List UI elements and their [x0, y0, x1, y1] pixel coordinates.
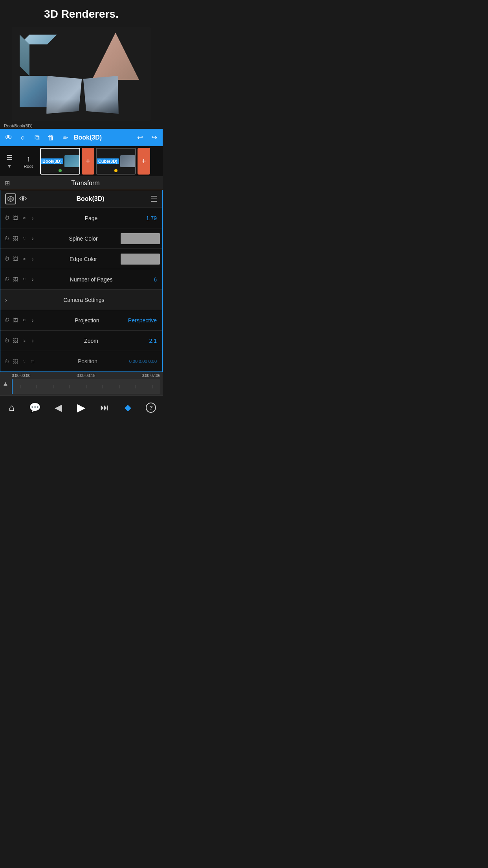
help-button[interactable]: ? — [141, 403, 161, 413]
track-cube3d[interactable]: Cube(3D) — [96, 148, 136, 175]
copy-icon[interactable]: ⧉ — [31, 132, 42, 143]
tick-1 — [20, 385, 20, 388]
undo-button[interactable]: ↩ — [134, 132, 145, 143]
image-icon-3: 🖼 — [11, 256, 19, 262]
prop-edge-color-swatch[interactable] — [121, 254, 160, 265]
diamond-button[interactable]: ◆ — [118, 403, 138, 413]
prop-numpages-value[interactable]: 6 — [136, 276, 160, 283]
properties-panel: 👁 Book(3D) ☰ ⏱ 🖼 ≈ ♪ Page 1.79 ⏱ 🖼 ≈ ♪ S… — [0, 190, 163, 372]
breadcrumb: Root/Book(3D) — [0, 121, 163, 129]
camera-section-arrow: › — [5, 297, 7, 303]
timeline-bar: ▲ 0:00:00:00 0:00:03:18 0:00:07:06 — [0, 372, 163, 395]
prop-pos-icons: ⏱ 🖼 ≈ □ — [3, 359, 46, 364]
image-icon-6: 🖼 — [11, 338, 19, 344]
track-cube3d-thumb — [120, 155, 135, 167]
arrow-down-icon: ▼ — [7, 163, 12, 169]
stopwatch-icon-6: ⏱ — [3, 338, 11, 344]
trash-icon[interactable]: 🗑 — [46, 132, 57, 143]
play-icon: ▶ — [77, 401, 86, 414]
track-cube3d-dot — [114, 169, 117, 172]
panel-3d-cube-icon — [5, 193, 16, 204]
root-button[interactable]: ↑ Root — [18, 148, 39, 175]
prop-row-page[interactable]: ⏱ 🖼 ≈ ♪ Page 1.79 — [0, 208, 162, 228]
timeline-time-end: 0:00:07:06 — [142, 373, 160, 378]
stopwatch-icon-2: ⏱ — [3, 235, 11, 241]
timeline-playhead — [12, 379, 13, 394]
circle-icon[interactable]: ○ — [17, 132, 28, 143]
toolbar-title: Book(3D) — [74, 134, 131, 141]
tick-6 — [103, 385, 103, 388]
preview-canvas — [12, 27, 151, 121]
prop-proj-value[interactable]: Perspective — [128, 317, 160, 324]
timeline-time-start: 0:00:00:00 — [12, 373, 30, 378]
home-icon: ⌂ — [9, 402, 15, 413]
stopwatch-icon-7: ⏱ — [3, 359, 11, 364]
prev-button[interactable]: ◀ — [48, 402, 68, 413]
music-icon-3: ♪ — [29, 256, 37, 262]
prev-icon: ◀ — [55, 402, 62, 413]
tick-8 — [136, 385, 136, 388]
home-button[interactable]: ⌂ — [2, 402, 22, 413]
next-button[interactable]: ⏭ — [95, 403, 114, 413]
timeline-track[interactable] — [12, 379, 160, 394]
play-button[interactable]: ▶ — [72, 401, 91, 414]
stopwatch-icon-5: ⏱ — [3, 317, 11, 323]
cone-face — [92, 33, 139, 80]
tick-7 — [119, 385, 119, 388]
transform-bar: ⊞ Transform — [0, 176, 163, 190]
prop-proj-label: Projection — [46, 317, 128, 324]
prop-page-value[interactable]: 1.79 — [136, 215, 160, 221]
prop-pos-value[interactable]: 0.00 0.00 0.00 — [129, 359, 160, 364]
prop-row-position[interactable]: ⏱ 🖼 ≈ □ Position 0.00 0.00 0.00 — [0, 351, 162, 371]
wave-icon-4: ≈ — [20, 276, 28, 282]
prop-numpages-icons: ⏱ 🖼 ≈ ♪ — [3, 276, 46, 282]
image-icon-2: 🖼 — [11, 235, 19, 241]
music-icon-7: □ — [29, 359, 37, 364]
prop-row-spine-color[interactable]: ⏱ 🖼 ≈ ♪ Spine Color — [0, 228, 162, 249]
book-page-left — [46, 76, 82, 114]
page-title: 3D Renderers. — [0, 0, 163, 27]
add-track-book-button[interactable]: + — [82, 148, 94, 175]
prop-camera-section[interactable]: › Camera Settings — [0, 290, 162, 310]
prop-row-projection[interactable]: ⏱ 🖼 ≈ ♪ Projection Perspective — [0, 310, 162, 331]
timeline-collapse-button[interactable]: ▲ — [2, 380, 9, 387]
prop-page-label: Page — [46, 215, 136, 221]
prop-row-edge-color[interactable]: ⏱ 🖼 ≈ ♪ Edge Color — [0, 249, 162, 269]
track-book3d-label: Book(3D) — [41, 158, 63, 164]
panel-eye-icon[interactable]: 👁 — [19, 195, 27, 204]
music-icon: ♪ — [29, 215, 37, 221]
upload-icon: ↑ — [26, 154, 30, 163]
redo-button[interactable]: ↪ — [149, 132, 160, 143]
prop-row-zoom[interactable]: ⏱ 🖼 ≈ ♪ Zoom 2.1 — [0, 331, 162, 351]
chat-button[interactable]: 💬 — [25, 402, 45, 413]
panel-menu-icon[interactable]: ☰ — [150, 194, 158, 204]
timeline-left-controls[interactable]: ☰ ▼ — [2, 148, 17, 175]
add-track-cube-button[interactable]: + — [138, 148, 150, 175]
music-icon-6: ♪ — [29, 338, 37, 344]
wave-icon: ≈ — [20, 215, 28, 221]
wave-icon-5: ≈ — [20, 317, 28, 323]
prop-spine-icons: ⏱ 🖼 ≈ ♪ — [3, 235, 46, 241]
timeline-ticks — [12, 379, 160, 394]
wave-icon-7: ≈ — [20, 359, 28, 364]
pencil-icon[interactable]: ✏ — [60, 132, 71, 143]
track-book3d[interactable]: Book(3D) — [40, 148, 80, 175]
help-icon: ? — [146, 403, 156, 413]
prop-spine-color-swatch[interactable] — [121, 233, 160, 244]
timeline-strip: ☰ ▼ ↑ Root Book(3D) + Cube(3D) + — [0, 146, 163, 176]
root-label: Root — [24, 164, 33, 169]
wave-icon-6: ≈ — [20, 338, 28, 344]
eye-icon[interactable]: 👁 — [3, 132, 14, 143]
image-icon-5: 🖼 — [11, 317, 19, 323]
bottom-nav: ⌂ 💬 ◀ ▶ ⏭ ◆ ? — [0, 395, 163, 419]
timeline-times: 0:00:00:00 0:00:03:18 0:00:07:06 — [0, 372, 163, 378]
stopwatch-icon-4: ⏱ — [3, 276, 11, 282]
stopwatch-icon-3: ⏱ — [3, 256, 11, 262]
prop-zoom-value[interactable]: 2.1 — [136, 338, 160, 344]
tick-3 — [53, 385, 53, 388]
image-icon: 🖼 — [11, 215, 19, 221]
wave-icon-2: ≈ — [20, 235, 28, 241]
prop-page-icons: ⏱ 🖼 ≈ ♪ — [3, 215, 46, 221]
prop-row-num-pages[interactable]: ⏱ 🖼 ≈ ♪ Number of Pages 6 — [0, 269, 162, 290]
transform-icon: ⊞ — [5, 179, 10, 187]
